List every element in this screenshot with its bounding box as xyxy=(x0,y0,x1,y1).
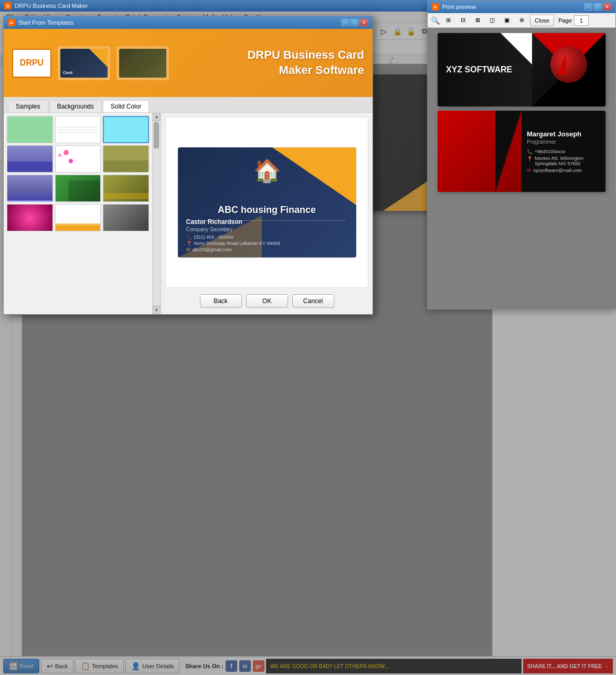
pp-zoom-icon[interactable]: 🔍 xyxy=(431,16,440,25)
pp-card2-right: Margaret Joseph Programmer 📞 +9645100xxx… xyxy=(522,111,606,192)
preview-business-card: 🏠 ABC housing Finance Castor Richardson … xyxy=(178,147,356,258)
pp-card2-inner: Margaret Joseph Programmer 📞 +9645100xxx… xyxy=(438,111,606,192)
swatch-white-lines[interactable] xyxy=(55,116,101,143)
preview-phone: 📞(321) 454 - 0020xx xyxy=(186,234,348,240)
dialog-title-bar: D Start From Templates ─ □ ✕ xyxy=(4,16,373,29)
dialog-title-text: Start From Templates xyxy=(18,19,341,26)
pp-max-btn[interactable]: □ xyxy=(593,3,602,10)
dialog-max-btn[interactable]: □ xyxy=(351,19,359,26)
swatch-olive[interactable] xyxy=(103,145,149,173)
swatch-blue-stripe[interactable] xyxy=(7,175,53,202)
pp-page-label: Page xyxy=(558,17,572,24)
pp-card2-left xyxy=(438,111,522,192)
header-card-preview-2 xyxy=(116,46,169,80)
pp-title-bar: D Print preview ─ □ ✕ xyxy=(428,1,615,13)
pp-card1-right xyxy=(532,33,606,106)
dialog-header-title: DRPU Business CardMaker Software xyxy=(247,48,364,78)
dialog-window: D Start From Templates ─ □ ✕ DRPU Card xyxy=(3,16,373,315)
pp-content-area: XYZ SOFTWARE xyxy=(428,28,615,309)
scroll-thumb[interactable] xyxy=(154,122,159,148)
pp-card1-company: XYZ SOFTWARE xyxy=(446,65,512,74)
dialog-ok-btn[interactable]: OK xyxy=(246,294,288,308)
dialog-buttons-row: Back OK Cancel xyxy=(165,292,368,310)
swatch-green[interactable] xyxy=(7,116,53,143)
pp-toolbar: 🔍 ⊞ ⊟ ⊠ ◫ ▣ ⊕ Close Page xyxy=(428,13,615,28)
pp-title-text: Print preview xyxy=(442,4,584,10)
dialog-cancel-btn[interactable]: Cancel xyxy=(292,294,334,308)
dialog-win-controls: ─ □ ✕ xyxy=(341,19,368,26)
pp-card2-phone: 📞 +9645100xxxx xyxy=(527,149,600,154)
swatch-purple-blue[interactable] xyxy=(7,145,53,173)
app-icon: D xyxy=(4,2,12,9)
dialog-header-banner: DRPU Card DRPU Business CardMaker Softwa… xyxy=(4,29,373,97)
pp-card2-email: ✉ xyzsoftware@mail.com xyxy=(527,168,600,173)
swatch-orange-bar[interactable] xyxy=(55,204,101,231)
preview-house-icon: 🏠 xyxy=(253,158,281,184)
pp-tb-4[interactable]: ◫ xyxy=(486,14,498,27)
main-window: D DRPU Business Card Maker ─ □ ✕ File Ed… xyxy=(0,0,616,675)
swatch-magenta[interactable] xyxy=(7,204,53,231)
pp-win-controls: ─ □ ✕ xyxy=(584,3,611,10)
template-scrollbar[interactable]: ▲ ▼ xyxy=(152,113,161,314)
swatch-olive2[interactable] xyxy=(103,175,149,202)
pp-card-1: XYZ SOFTWARE xyxy=(438,33,606,106)
pp-tb-6[interactable]: ⊕ xyxy=(515,14,528,27)
pp-card2-role: Programmer xyxy=(527,139,600,145)
pp-close-button[interactable]: Close xyxy=(530,15,554,26)
preview-address: 📍Nunc Soclosqu Road Lebanon KY 69409 xyxy=(186,241,348,246)
pp-page-input[interactable] xyxy=(574,15,589,26)
scroll-track xyxy=(153,121,161,306)
preview-email: ✉abc23@gmail.com xyxy=(186,247,348,252)
header-card-preview-1: Card xyxy=(58,46,110,80)
preview-card-frame: 🏠 ABC housing Finance Castor Richardson … xyxy=(165,117,368,288)
pp-tb-1[interactable]: ⊞ xyxy=(442,14,454,27)
tab-solid-color[interactable]: Solid Color xyxy=(103,100,150,112)
tab-backgrounds[interactable]: Backgrounds xyxy=(49,100,102,112)
print-preview-window: D Print preview ─ □ ✕ 🔍 ⊞ ⊟ ⊠ ◫ ▣ ⊕ Clos… xyxy=(427,0,616,309)
dialog-content-area: ▲ ▼ 🏠 xyxy=(4,113,373,314)
swatch-green2[interactable] xyxy=(55,175,101,202)
swatch-pink-dots[interactable] xyxy=(55,145,101,173)
dialog-icon: D xyxy=(8,19,15,26)
pp-sphere xyxy=(550,46,587,83)
pp-tb-2[interactable]: ⊟ xyxy=(456,14,469,27)
preview-company-name: ABC housing Finance xyxy=(218,205,316,216)
pp-card2-name: Margaret Joseph xyxy=(527,130,600,138)
scroll-down-btn[interactable]: ▼ xyxy=(153,306,161,314)
pp-tb-3[interactable]: ⊠ xyxy=(471,14,484,27)
preview-panel: 🏠 ABC housing Finance Castor Richardson … xyxy=(161,113,373,314)
pp-card-2: Margaret Joseph Programmer 📞 +9645100xxx… xyxy=(438,111,606,192)
dialog-close-btn[interactable]: ✕ xyxy=(360,19,368,26)
preview-person: Castor Richardson xyxy=(186,218,348,226)
scroll-up-btn[interactable]: ▲ xyxy=(153,113,161,121)
pp-close-btn[interactable]: ✕ xyxy=(603,3,611,10)
template-scroll-list[interactable] xyxy=(4,113,152,314)
tab-samples[interactable]: Samples xyxy=(8,100,48,112)
dialog-back-btn[interactable]: Back xyxy=(200,294,242,308)
preview-title: Company Secretary xyxy=(186,227,348,232)
template-tab-bar: Samples Backgrounds Solid Color xyxy=(4,97,373,113)
swatch-cyan[interactable] xyxy=(103,116,149,143)
drpu-logo-box: DRPU xyxy=(12,49,51,78)
pp-card2-address: 📍 Montes Rd. Wilmington Springdale MO 57… xyxy=(527,156,600,166)
template-list-panel: ▲ ▼ xyxy=(4,113,161,314)
pp-card1-inner: XYZ SOFTWARE xyxy=(438,33,606,106)
pp-tb-5[interactable]: ▣ xyxy=(501,14,513,27)
swatch-dark-gray[interactable] xyxy=(103,204,149,231)
pp-icon: D xyxy=(432,3,439,10)
dialog-min-btn[interactable]: ─ xyxy=(341,19,349,26)
pp-min-btn[interactable]: ─ xyxy=(584,3,592,10)
pp-card1-left: XYZ SOFTWARE xyxy=(438,33,532,106)
drpu-logo-text: DRPU xyxy=(20,58,44,68)
